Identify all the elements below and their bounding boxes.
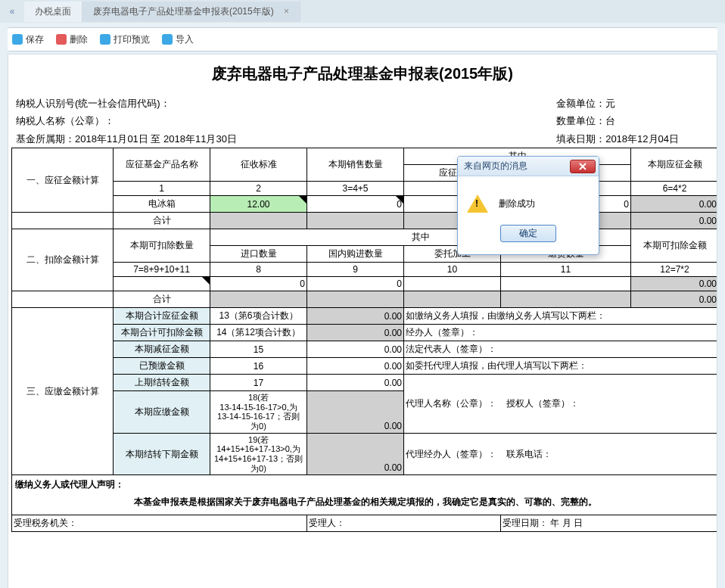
- nsrmc-label: 纳税人名称（公章）：: [16, 112, 237, 129]
- dialog-close-button[interactable]: [570, 160, 596, 173]
- s3-6: 本期应缴金额: [114, 391, 210, 434]
- h-c8: 8: [210, 263, 307, 277]
- right-l6a: 代理经办人（签章）：: [406, 449, 496, 459]
- s3-4: 已预缴金额: [114, 358, 210, 375]
- delete-button[interactable]: 删除: [56, 33, 88, 46]
- cell-std[interactable]: 12.00: [210, 196, 307, 213]
- nsrsbh-label: 纳税人识别号(统一社会信用代码)：: [16, 95, 237, 112]
- import-button[interactable]: 导入: [162, 33, 194, 46]
- declare-head: 缴纳义务人或代理人声明：: [14, 477, 717, 491]
- qty-unit: 数量单位：台: [556, 112, 679, 129]
- amount-unit: 金额单位：元: [556, 95, 679, 112]
- right-l5a: 代理人名称（公章）：: [406, 398, 496, 409]
- h-c1: 1: [114, 182, 210, 196]
- message-dialog: 来自网页的消息 删除成功 确定: [457, 156, 599, 255]
- s3-2n: 14（第12项合计数）: [210, 325, 307, 341]
- period-label: 基金所属期：2018年11月01日 至 2018年11月30日: [16, 130, 237, 148]
- h-levy-std: 征收标准: [210, 148, 307, 182]
- s3-7n: 19(若 14+15+16+17-13>0,为 14+15+16+17-13；否…: [210, 433, 307, 475]
- section3-label: 三、应缴金额计算: [12, 308, 114, 475]
- h-product: 应征基金产品名称: [114, 148, 210, 182]
- s3-3n: 15: [210, 341, 307, 358]
- toolbar: 保存 删除 打印预览 导入: [8, 27, 717, 51]
- cell-product[interactable]: 电冰箱: [114, 196, 210, 213]
- h-c2: 2: [210, 182, 307, 196]
- h-c9: 9: [307, 263, 404, 277]
- s3-1: 本期合计应征金额: [114, 308, 210, 325]
- meta-block: 纳税人识别号(统一社会信用代码)： 纳税人名称（公章）： 基金所属期：2018年…: [11, 95, 714, 148]
- dialog-ok-button[interactable]: 确定: [500, 225, 556, 242]
- total-label-1: 合计: [114, 213, 210, 229]
- h-domestic: 国内购进数量: [307, 246, 404, 263]
- save-button[interactable]: 保存: [12, 33, 44, 46]
- footer-date: 受理日期： 年 月 日: [501, 515, 718, 532]
- tab-form[interactable]: 废弃电器电子产品处理基金申报表(2015年版) ×: [82, 2, 300, 22]
- footer-person: 受理人：: [307, 515, 501, 532]
- s3-3: 本期减征金额: [114, 341, 210, 358]
- tab-bar: « 办税桌面 废弃电器电子产品处理基金申报表(2015年版) ×: [0, 0, 725, 23]
- fill-date: 填表日期：2018年12月04日: [556, 130, 679, 148]
- s3-2: 本期合计可扣除金额: [114, 325, 210, 341]
- declare-text: 本基金申报表是根据国家关于废弃电器电子产品处理基金的相关规定填报的，我确定它是真…: [14, 491, 717, 513]
- section2-label: 二、扣除金额计算: [12, 229, 114, 291]
- dialog-message: 删除成功: [499, 198, 535, 210]
- page: 废弃电器电子产品处理基金申报表(2015年版) 纳税人识别号(统一社会信用代码)…: [8, 54, 717, 588]
- delete-icon: [56, 34, 67, 45]
- h-deduct-qty: 本期可扣除数量: [114, 229, 210, 263]
- right-l1: 如缴纳义务人填报，由缴纳义务人填写以下两栏：: [404, 308, 718, 325]
- tab-home[interactable]: 办税桌面: [24, 2, 82, 22]
- h-c3: 3=4+5: [307, 182, 404, 196]
- dialog-title: 来自网页的消息: [464, 160, 527, 173]
- s3-7: 本期结转下期金额: [114, 433, 210, 475]
- s3-6n: 18(若 13-14-15-16-17>0,为 13-14-15-16-17；否…: [210, 391, 307, 434]
- section1-label: 一、应征金额计算: [12, 148, 114, 213]
- s3-5n: 17: [210, 375, 307, 391]
- page-title: 废弃电器电子产品处理基金申报表(2015年版): [11, 59, 714, 95]
- h-import: 进口数量: [210, 246, 307, 263]
- h-levy-amt: 本期应征金额: [631, 148, 717, 182]
- import-icon: [162, 34, 173, 45]
- right-l5b: 授权人（签章）：: [506, 398, 579, 409]
- close-icon: [578, 163, 587, 170]
- h-c7: 7=8+9+10+11: [114, 263, 210, 277]
- save-icon: [12, 34, 23, 45]
- right-l6b: 联系电话：: [506, 449, 552, 459]
- cell-amt: 0.00: [631, 196, 717, 213]
- cell-sales[interactable]: 0: [307, 196, 404, 213]
- h-c6: 6=4*2: [631, 182, 717, 196]
- total-label-2: 合计: [114, 291, 210, 308]
- h-c12: 12=7*2: [631, 263, 717, 277]
- h-deduct-amt: 本期可扣除金额: [631, 229, 717, 263]
- footer-org: 受理税务机关：: [12, 515, 307, 532]
- back-button[interactable]: «: [0, 6, 24, 17]
- right-l3: 法定代表人（签章）：: [404, 341, 718, 358]
- print-icon: [100, 34, 110, 45]
- total-amt-1: 0.00: [631, 213, 717, 229]
- s3-4n: 16: [210, 358, 307, 375]
- print-preview-button[interactable]: 打印预览: [100, 33, 150, 46]
- tab-form-label: 废弃电器电子产品处理基金申报表(2015年版): [93, 6, 274, 17]
- s3-5: 上期结转金额: [114, 375, 210, 391]
- s3-1n: 13（第6项合计数）: [210, 308, 307, 325]
- main-table: 一、应征金额计算 应征基金产品名称 征收标准 本期销售数量 其中 本期应征金额 …: [11, 148, 717, 532]
- tab-close-icon[interactable]: ×: [284, 6, 289, 17]
- h-sales-qty: 本期销售数量: [307, 148, 404, 182]
- warning-icon: [467, 194, 488, 213]
- right-l2: 经办人（签章）：: [404, 325, 718, 341]
- h-c11: 11: [501, 263, 631, 277]
- h-c10: 10: [404, 263, 501, 277]
- right-l4: 如委托代理人填报，由代理人填写以下两栏：: [404, 358, 718, 375]
